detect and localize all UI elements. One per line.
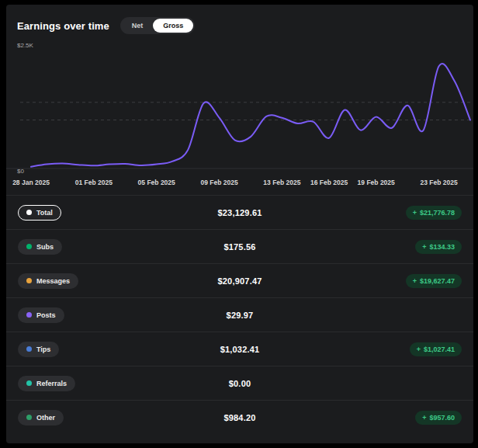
legend-label: Other bbox=[36, 414, 55, 422]
x-axis-tick-label: 19 Feb 2025 bbox=[358, 179, 395, 186]
x-axis-labels: 28 Jan 202501 Feb 202505 Feb 202509 Feb … bbox=[6, 176, 473, 190]
x-axis-tick-label: 13 Feb 2025 bbox=[263, 179, 300, 186]
x-axis-tick-label: 28 Jan 2025 bbox=[12, 179, 50, 186]
delta-value: $957.60 bbox=[429, 414, 455, 422]
row-value: $1,032.41 bbox=[115, 345, 365, 354]
legend-dot bbox=[26, 415, 32, 420]
line-chart-svg bbox=[6, 50, 473, 176]
y-axis-min-label: $0 bbox=[17, 168, 24, 175]
legend-pill-subs[interactable]: Subs bbox=[18, 239, 62, 255]
legend-pill-total[interactable]: Total bbox=[18, 205, 61, 221]
legend-label: Posts bbox=[36, 311, 56, 319]
table-row: Total $23,129.61 + $21,776.78 bbox=[6, 196, 473, 230]
delta-value: $19,627.47 bbox=[420, 277, 455, 285]
table-row: Referrals $0.00 + bbox=[6, 366, 473, 401]
legend-pill-referrals[interactable]: Referrals bbox=[18, 376, 75, 391]
legend-dot bbox=[26, 244, 32, 249]
x-axis-tick-label: 09 Feb 2025 bbox=[200, 179, 237, 186]
x-axis-tick-label: 16 Feb 2025 bbox=[310, 179, 348, 186]
row-value: $0.00 bbox=[115, 379, 365, 388]
table-row: Subs $175.56 + $134.33 bbox=[6, 230, 473, 264]
plus-icon: + bbox=[417, 346, 421, 353]
plus-icon: + bbox=[413, 277, 417, 285]
earnings-line-series bbox=[31, 64, 470, 167]
plus-icon: + bbox=[422, 243, 426, 251]
legend-label: Total bbox=[36, 209, 53, 217]
table-row: Messages $20,907.47 + $19,627.47 bbox=[6, 264, 473, 298]
plus-icon: + bbox=[422, 414, 426, 422]
legend-label: Subs bbox=[36, 243, 54, 251]
legend-pill-posts[interactable]: Posts bbox=[18, 307, 64, 323]
x-axis-tick-label: 05 Feb 2025 bbox=[138, 179, 175, 186]
row-value: $20,907.47 bbox=[115, 276, 365, 286]
row-value: $29.97 bbox=[115, 311, 365, 320]
delta-badge: + $21,776.78 bbox=[406, 206, 462, 220]
legend-label: Messages bbox=[36, 277, 70, 285]
legend-dot bbox=[26, 312, 32, 318]
delta-badge: + $134.33 bbox=[415, 240, 462, 254]
row-value: $23,129.61 bbox=[115, 208, 365, 217]
net-toggle-button[interactable]: Net bbox=[122, 19, 154, 33]
legend-label: Tips bbox=[36, 346, 50, 353]
earnings-chart: $0 bbox=[6, 50, 473, 176]
table-row: Tips $1,032.41 + $1,027.41 bbox=[6, 332, 473, 366]
legend-pill-messages[interactable]: Messages bbox=[18, 273, 78, 289]
x-axis-tick-label: 01 Feb 2025 bbox=[75, 179, 113, 186]
table-row: Other $984.20 + $957.60 bbox=[6, 401, 473, 434]
delta-value: $21,776.78 bbox=[420, 209, 455, 217]
table-row: Posts $29.97 + bbox=[6, 298, 473, 332]
header: Earnings over time Net Gross bbox=[6, 5, 473, 37]
y-axis-max-label: $2.5K bbox=[6, 37, 473, 50]
delta-badge: + $19,627.47 bbox=[406, 274, 462, 288]
legend-dot bbox=[26, 278, 32, 283]
net-gross-toggle: Net Gross bbox=[120, 17, 196, 34]
plus-icon: + bbox=[413, 209, 417, 217]
delta-value: $134.33 bbox=[429, 243, 455, 251]
x-axis-tick-label: 23 Feb 2025 bbox=[420, 179, 457, 186]
gross-toggle-button[interactable]: Gross bbox=[153, 19, 193, 33]
row-value: $175.56 bbox=[115, 242, 365, 252]
earnings-panel: Earnings over time Net Gross $2.5K $0 28… bbox=[6, 5, 473, 443]
legend-dot bbox=[26, 210, 32, 215]
page-title: Earnings over time bbox=[17, 20, 109, 32]
row-value: $984.20 bbox=[115, 413, 365, 422]
legend-dot bbox=[26, 346, 32, 352]
legend-pill-other[interactable]: Other bbox=[18, 410, 64, 425]
delta-badge: + $1,027.41 bbox=[410, 342, 462, 356]
delta-badge: + $957.60 bbox=[415, 411, 462, 425]
legend-pill-tips[interactable]: Tips bbox=[18, 342, 59, 357]
earnings-table: Total $23,129.61 + $21,776.78 Subs $175.… bbox=[6, 195, 473, 434]
legend-label: Referrals bbox=[36, 380, 67, 387]
legend-dot bbox=[26, 380, 32, 386]
delta-value: $1,027.41 bbox=[424, 346, 455, 353]
